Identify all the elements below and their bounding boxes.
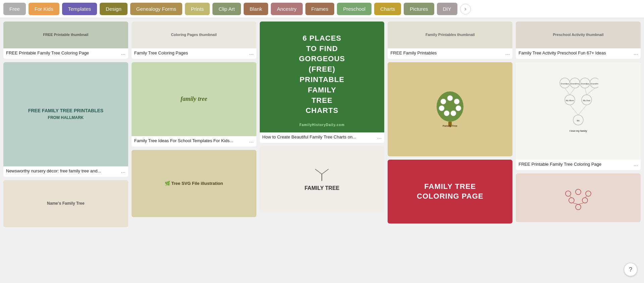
grid-item-col5-item3[interactable]	[516, 173, 641, 222]
svg-line-30	[587, 88, 595, 95]
svg-point-8	[439, 106, 444, 111]
svg-point-39	[586, 191, 591, 196]
img-text-col4-item2: Family Tree	[430, 85, 470, 133]
dots-col2-item1[interactable]: ···	[249, 51, 253, 58]
svg-line-31	[570, 105, 578, 115]
nav-design[interactable]: Design	[100, 3, 128, 15]
dots-col2-item2[interactable]: ···	[249, 139, 253, 146]
svg-point-6	[447, 95, 453, 101]
nav-frames[interactable]: Frames	[305, 3, 335, 15]
img-text-col1-item3: Name's Family Tree	[47, 201, 85, 206]
img-text-col3-item1: 6 PLACESTO FINDGORGEOUS(FREE)PRINTABLEFA…	[292, 27, 352, 123]
dots-col1-item2[interactable]: ···	[121, 169, 125, 176]
svg-point-7	[454, 99, 459, 104]
nav-preschool[interactable]: Preschool	[337, 3, 371, 15]
grid-item-col2-item2[interactable]: family tree Family Tree Ideas For School…	[132, 62, 256, 147]
nav-charts[interactable]: Charts	[374, 3, 401, 15]
svg-line-40	[573, 203, 578, 204]
svg-point-5	[441, 99, 446, 104]
svg-line-1	[315, 169, 322, 174]
nav-pictures[interactable]: Pictures	[404, 3, 434, 15]
caption-col3-item1: How to Create Beautiful Family Tree Char…	[260, 132, 385, 143]
svg-line-32	[578, 105, 587, 115]
svg-text:Family Tree: Family Tree	[443, 124, 458, 127]
svg-text:I love my family: I love my family	[569, 130, 587, 132]
grid-item-col3-item2[interactable]: FAMILY TREE	[260, 146, 385, 212]
grid-item-col2-item3[interactable]: 🌿 Tree SVG File illustration	[132, 150, 256, 217]
svg-text:Grandpa: Grandpa	[581, 83, 589, 85]
grid-item-col5-item1[interactable]: Preschool Activity thumbnail Family Tree…	[516, 22, 641, 59]
dots-col3-item1[interactable]: ···	[377, 135, 382, 142]
img-text-col4-item3: FAMILY TREECOLORING PAGE	[412, 177, 488, 206]
svg-line-27	[565, 88, 570, 95]
grid-item-col4-item2[interactable]: Family Tree	[388, 62, 512, 156]
svg-text:Grandpa: Grandpa	[561, 83, 569, 85]
grid-item-col1-item1[interactable]: FREE Printable thumbnail FREE Printable …	[3, 22, 128, 59]
dots-col5-item2[interactable]: ···	[634, 162, 638, 169]
svg-line-28	[570, 88, 575, 95]
svg-line-42	[570, 196, 572, 198]
caption-col4-item1: FREE Family Printables ···	[388, 48, 512, 59]
svg-line-43	[585, 196, 587, 198]
svg-text:Grandma: Grandma	[571, 83, 580, 85]
grid-item-col1-item2[interactable]: FREE FAMILY TREE PRINTABLESFROM HALLMARK…	[3, 62, 128, 177]
img-text-col5-item2: Grandpa Grandma Grandpa Grandma My Mom M…	[555, 73, 602, 149]
navigation-bar: Free For Kids Templates Design Genealogy…	[0, 0, 644, 18]
nav-clip-art[interactable]: Clip Art	[212, 3, 241, 15]
svg-point-36	[582, 198, 588, 203]
svg-point-10	[444, 111, 449, 116]
svg-text:Me: Me	[577, 120, 580, 122]
svg-text:My Dad: My Dad	[583, 99, 590, 102]
caption-col1-item2: Newsworthy nursery décor: free family tr…	[3, 166, 128, 177]
svg-point-37	[565, 191, 571, 196]
image-grid: FREE Printable thumbnail FREE Printable …	[0, 18, 644, 231]
caption-col2-item2: Family Tree Ideas For School Templates F…	[132, 136, 256, 147]
dots-col1-item1[interactable]: ···	[121, 51, 125, 58]
nav-genealogy-forms[interactable]: Genealogy Forms	[130, 3, 182, 15]
svg-text:My Mom: My Mom	[566, 99, 574, 102]
img-text-col1-item2: FREE FAMILY TREE PRINTABLESFROM HALLMARK	[21, 101, 110, 127]
svg-point-35	[569, 198, 574, 203]
nav-free[interactable]: Free	[3, 3, 26, 15]
img-text-col2-item3: 🌿 Tree SVG File illustration	[165, 180, 223, 187]
site-label-col3: FamilyHistoryDaily.com	[299, 123, 345, 127]
nav-templates[interactable]: Templates	[62, 3, 97, 15]
grid-item-col1-item3[interactable]: Name's Family Tree	[3, 180, 128, 227]
img-placeholder-col4-item1: Family Printables thumbnail	[426, 32, 475, 37]
nav-prints[interactable]: Prints	[185, 3, 210, 15]
caption-col5-item1: Family Tree Activity Preschool Fun 67+ I…	[516, 48, 641, 59]
svg-text:Grandma: Grandma	[591, 83, 598, 85]
nav-ancestry[interactable]: Ancestry	[271, 3, 302, 15]
svg-line-41	[578, 203, 583, 204]
svg-line-29	[585, 88, 587, 95]
grid-item-col4-item1[interactable]: Family Printables thumbnail FREE Family …	[388, 22, 512, 59]
dots-col4-item1[interactable]: ···	[505, 51, 510, 58]
caption-col5-item2: FREE Printable Family Tree Coloring Page…	[516, 160, 641, 170]
nav-for-kids[interactable]: For Kids	[29, 3, 59, 15]
grid-item-col2-item1[interactable]: Coloring Pages thumbnail Family Tree Col…	[132, 22, 256, 59]
img-placeholder-col2-item1: Coloring Pages thumbnail	[171, 32, 217, 37]
dots-col5-item1[interactable]: ···	[634, 51, 638, 58]
caption-col1-item1: FREE Printable Family Tree Coloring Page…	[3, 48, 128, 59]
img-placeholder-text: FREE Printable thumbnail	[43, 32, 88, 37]
grid-item-col3-item1[interactable]: 6 PLACESTO FINDGORGEOUS(FREE)PRINTABLEFA…	[260, 22, 385, 143]
img-placeholder-col5-item1: Preschool Activity thumbnail	[553, 32, 603, 37]
svg-line-2	[322, 169, 329, 174]
nav-blank[interactable]: Blank	[244, 3, 268, 15]
grid-item-col5-item2[interactable]: Grandpa Grandma Grandpa Grandma My Mom M…	[516, 62, 641, 170]
svg-point-11	[451, 111, 456, 116]
svg-point-9	[456, 106, 461, 111]
img-text-col5-item3	[561, 180, 595, 215]
grid-item-col4-item3[interactable]: FAMILY TREECOLORING PAGE	[388, 160, 512, 224]
img-text-col3-item2: FAMILY TREE	[304, 166, 339, 192]
img-text-col2-item2: family tree	[181, 95, 207, 103]
nav-next-chevron[interactable]: ›	[460, 4, 471, 14]
svg-point-34	[576, 204, 581, 210]
svg-point-38	[576, 189, 581, 195]
caption-col2-item1: Family Tree Coloring Pages ···	[132, 48, 256, 59]
nav-diy[interactable]: DIY	[437, 3, 457, 15]
